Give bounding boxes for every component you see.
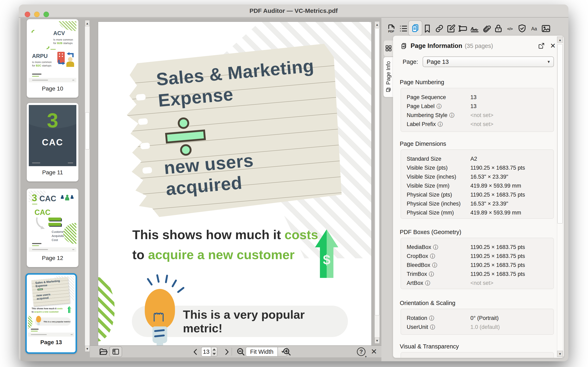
mini-note: Sales & Marketing Expense new users acqu… [31, 277, 70, 306]
page-number-input[interactable]: 13 [201, 347, 211, 356]
page-number-field[interactable]: 13 [201, 347, 217, 357]
zoom-mode-select[interactable]: Fit Width ▾ [246, 347, 287, 357]
pdf-page[interactable]: Sales & Marketing Expense new users acqu… [98, 22, 371, 345]
chevron-down-icon: ▾ [548, 59, 550, 64]
code-icon-label: </> [507, 27, 513, 31]
page-stepper[interactable] [211, 347, 217, 356]
scroll-up-button[interactable]: ▲ [557, 37, 563, 43]
info-icon[interactable]: ⓘ [429, 271, 434, 277]
fonts-tool-button[interactable]: Aa [529, 24, 539, 33]
outline-tool-button[interactable] [398, 24, 408, 33]
scroll-up-button[interactable]: ▲ [375, 21, 380, 27]
author-text [32, 243, 42, 244]
green-arrow-icon [45, 44, 51, 50]
next-page-button[interactable] [223, 348, 231, 356]
scroll-up-button[interactable]: ▲ [85, 20, 90, 26]
fonts-icon-label: Aa [531, 26, 537, 31]
thumbnail-caption[interactable]: Page 11 [27, 166, 78, 179]
info-icon[interactable]: ⓘ [433, 244, 438, 250]
security-tool-button[interactable] [493, 24, 503, 33]
help-button[interactable]: ? [357, 347, 365, 356]
author-text [32, 74, 42, 75]
punch-hole [136, 94, 146, 101]
thumbnail-image-page-10: ACV Is more common for B2B startups ARPU… [29, 21, 76, 82]
info-icon[interactable]: ⓘ [432, 262, 437, 268]
info-icon[interactable]: ⓘ [449, 112, 454, 119]
links-tool-button[interactable] [434, 24, 444, 33]
sidebar-scrollbar[interactable]: ▲ ▼ [85, 20, 90, 352]
info-icon[interactable]: ⓘ [430, 324, 435, 331]
previous-page-button[interactable] [191, 348, 200, 356]
page-info-tab-active[interactable]: Page Info [383, 57, 393, 97]
form-fields-tool-button[interactable] [458, 24, 467, 33]
signature-tool-button[interactable] [470, 24, 480, 33]
page-info-icon [400, 42, 407, 49]
info-row: Label Prefixⓘ <not set> [407, 120, 548, 129]
section-title: Visual & Transparency [400, 343, 554, 350]
thumb13-body: This shows how much it [32, 307, 57, 310]
punch-hole [142, 167, 152, 174]
row-value: 1190.25 × 1683.75 pts [470, 253, 525, 259]
thumbnail-page-13-selected[interactable]: Sales & Marketing Expense new users acqu… [25, 273, 77, 354]
thumbnail-caption[interactable]: Page 10 [27, 82, 78, 95]
thumbnail-page-10[interactable]: ACV Is more common for B2B startups ARPU… [27, 19, 78, 98]
info-icon[interactable]: ⓘ [438, 121, 443, 128]
page-info-tool-button-active[interactable] [408, 20, 422, 36]
scrollbar-thumb[interactable] [375, 28, 379, 315]
step-down-button[interactable] [211, 352, 217, 356]
section-orientation-scaling: Orientation & Scaling Rotationⓘ0° (Portr… [400, 300, 554, 307]
thumbnail-page-12[interactable]: 3 CAC CAC Customer Acquisition Cost [27, 189, 78, 267]
zoom-in-button[interactable] [282, 347, 292, 356]
row-label: Physical Size (mm) [407, 210, 454, 216]
page-selector-dropdown[interactable]: Page 13 ▾ [423, 57, 554, 67]
thumb10-arpu-line2: for [32, 64, 36, 67]
thumbnail-caption[interactable]: Page 12 [27, 252, 78, 264]
scroll-down-button[interactable]: ▼ [557, 351, 563, 357]
row-label: Label Prefix [407, 121, 436, 127]
bulb-base-dash [154, 334, 165, 337]
scrollbar-thumb[interactable] [557, 44, 563, 224]
stripe-decoration [98, 277, 116, 342]
scroll-down-button[interactable]: ▼ [375, 337, 380, 343]
bulb-filament [153, 310, 167, 323]
panel-scrollbar[interactable]: ▲ ▼ [557, 36, 563, 357]
scrollbar-thumb[interactable] [85, 112, 89, 150]
attachments-tool-button[interactable] [482, 24, 492, 33]
body-text-acquire: acquire a new customer [148, 248, 295, 262]
images-tool-button[interactable] [541, 24, 551, 33]
thumb12-label3: Cost [52, 238, 58, 242]
thumbnail-caption[interactable]: Page 13 [27, 337, 76, 348]
zoom-out-button[interactable] [236, 347, 245, 356]
viewer-scrollbar[interactable]: ▲ ▼ [374, 21, 380, 344]
row-label: UserUnit [407, 324, 428, 330]
open-file-button[interactable] [99, 347, 108, 357]
info-icon[interactable]: ⓘ [429, 315, 434, 322]
pdf-export-tool-button[interactable]: PDF [387, 24, 397, 33]
row-label: BleedBox [407, 262, 430, 268]
close-document-button[interactable]: ✕ [371, 348, 377, 356]
code-tool-button[interactable]: </> [505, 24, 515, 33]
stripe-decoration [59, 21, 76, 31]
thumb-footer [28, 333, 74, 337]
mini-divide-bar [37, 288, 43, 290]
info-icon[interactable]: ⓘ [430, 253, 435, 259]
page-info-icon [410, 23, 420, 33]
edit-tool-button[interactable] [446, 24, 456, 33]
bookmarks-tool-button[interactable] [423, 24, 432, 33]
open-in-new-window-button[interactable] [538, 42, 545, 49]
section-title: PDF Boxes (Geometry) [400, 229, 554, 235]
thumbnails-grid-tab[interactable] [383, 40, 393, 57]
pdf-viewer: Sales & Marketing Expense new users acqu… [90, 18, 381, 361]
row-label: Rotation [407, 315, 427, 321]
info-icon[interactable]: ⓘ [437, 103, 442, 110]
step-up-button[interactable] [211, 347, 217, 352]
scroll-down-button[interactable]: ▼ [85, 346, 90, 352]
toggle-sidebar-button[interactable] [109, 346, 122, 357]
torn-note-graphic: Sales & Marketing Expense new users acqu… [120, 43, 346, 219]
thumbnail-page-11[interactable]: 3 CAC Page 11 [27, 103, 78, 182]
info-icon[interactable]: ⓘ [425, 280, 430, 286]
verify-tool-button[interactable] [517, 24, 527, 33]
window-titlebar[interactable]: PDF Auditor — VC-Metrics.pdf [19, 4, 568, 17]
thumb10-arpu-title: ARPU [32, 53, 48, 59]
panel-close-button[interactable]: ✕ [550, 42, 556, 49]
